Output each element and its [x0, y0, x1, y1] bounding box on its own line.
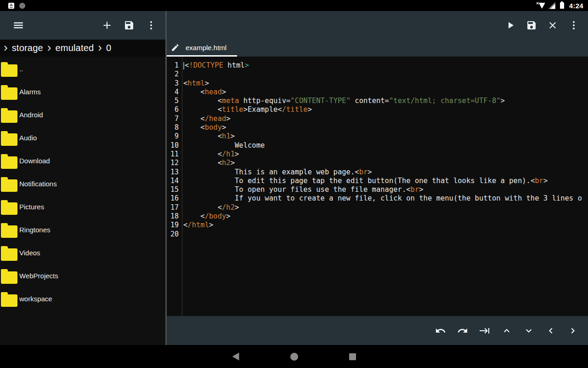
recents-icon[interactable]: [349, 353, 356, 360]
menu-button[interactable]: [9, 16, 28, 34]
run-button[interactable]: [501, 16, 520, 34]
line-number: 4: [175, 88, 179, 97]
code-line: To edit this page tap the edit button(Th…: [183, 177, 588, 185]
add-icon: [101, 19, 113, 31]
indent-button[interactable]: [475, 322, 494, 340]
status-time: 4:24: [569, 2, 583, 10]
code-line: <meta http-equiv="CONTENT-TYPE" content=…: [183, 97, 588, 105]
code-line: [183, 230, 588, 239]
folder-label: Ringtones: [19, 226, 51, 234]
edit-pencil-icon: [171, 43, 180, 52]
code-line: This is an example web page.<br>: [183, 168, 588, 177]
folder-label: Android: [19, 111, 43, 119]
code-line: To open your files use the file manager.…: [183, 185, 588, 194]
folder-label: Notifications: [19, 180, 57, 188]
line-number: 8: [175, 123, 179, 132]
code-line: </html>: [183, 221, 588, 230]
folder-item[interactable]: Ringtones: [0, 219, 165, 242]
code-line: </h2>: [183, 203, 588, 212]
tab-example-html[interactable]: example.html: [167, 40, 237, 57]
folder-item[interactable]: WebProjects: [0, 265, 165, 288]
move-down-button[interactable]: [520, 322, 538, 340]
indent-tab-icon: [479, 325, 490, 336]
folder-label: WebProjects: [19, 272, 58, 280]
code-editor[interactable]: 1234567891011121314151617181920 <!DOCTYP…: [167, 57, 588, 316]
status-bar: A ✕ 4:24: [0, 0, 588, 11]
line-number: 9: [175, 132, 179, 141]
save-file-button[interactable]: [120, 16, 138, 34]
folder-label: Audio: [19, 134, 37, 142]
code-line: <!DOCTYPE html>: [183, 61, 588, 70]
folder-item[interactable]: Android: [0, 104, 165, 127]
chevron-right-icon: ›: [4, 43, 8, 52]
line-number: 1: [175, 61, 179, 70]
undo-button[interactable]: [431, 322, 450, 340]
code-line: <head>: [183, 88, 588, 97]
move-right-button[interactable]: [564, 322, 582, 340]
line-number: 20: [170, 230, 179, 239]
wifi-x-glyph: ✕: [536, 1, 539, 6]
line-number: 3: [175, 79, 179, 88]
chevron-up-icon: [501, 325, 512, 336]
move-up-button[interactable]: [498, 322, 516, 340]
line-number: 5: [175, 97, 179, 105]
breadcrumb: ›storage›emulated›0: [0, 40, 165, 57]
folder-item[interactable]: Download: [0, 150, 165, 173]
save-icon: [526, 20, 537, 31]
folder-list: ..AlarmsAndroidAudioDownloadNotification…: [0, 57, 165, 345]
code-line: <title>Example</title>: [183, 105, 588, 114]
line-number: 6: [175, 105, 179, 114]
new-file-button[interactable]: [98, 16, 116, 34]
folder-item[interactable]: Audio: [0, 127, 165, 150]
folder-label: Alarms: [19, 88, 41, 96]
more-vert-icon: [146, 20, 157, 31]
editor-pane: example.html 123456789101112131415161718…: [167, 11, 588, 345]
wifi-off-icon: ✕: [537, 2, 545, 9]
line-number: 12: [170, 159, 179, 167]
editor-more-button[interactable]: [565, 16, 583, 34]
folder-item[interactable]: Notifications: [0, 173, 165, 196]
folder-icon: [1, 271, 17, 284]
chevron-right-icon: ›: [47, 43, 51, 52]
folder-item[interactable]: Videos: [0, 242, 165, 265]
code-line: <body>: [183, 123, 588, 132]
breadcrumb-item[interactable]: storage: [12, 43, 43, 53]
line-number: 17: [170, 203, 179, 212]
tab-label: example.html: [186, 44, 226, 52]
code-line: If you want to create a new file, click …: [183, 194, 588, 203]
chevron-down-icon: [523, 325, 534, 336]
folder-icon: [1, 225, 17, 238]
folder-item[interactable]: ..: [0, 58, 165, 81]
more-vert-icon: [568, 20, 579, 31]
editor-toolbar: [167, 11, 588, 40]
code-line: <html>: [183, 79, 588, 88]
breadcrumb-item[interactable]: 0: [106, 43, 111, 53]
folder-item[interactable]: Pictures: [0, 196, 165, 219]
battery-icon: [560, 2, 564, 9]
code-line: <h1>: [183, 132, 588, 141]
breadcrumb-item[interactable]: emulated: [55, 43, 94, 53]
file-panel-more-button[interactable]: [142, 16, 160, 34]
code-line: <h2>: [183, 159, 588, 167]
folder-item[interactable]: workspace: [0, 288, 165, 311]
redo-button[interactable]: [453, 322, 472, 340]
chevron-right-icon: [567, 325, 578, 336]
line-number: 18: [170, 212, 179, 221]
close-file-button[interactable]: [543, 16, 562, 34]
back-icon[interactable]: [232, 353, 239, 361]
editor-save-button[interactable]: [522, 16, 541, 34]
line-number: 7: [175, 115, 179, 123]
line-number-gutter: 1234567891011121314151617181920: [167, 57, 182, 316]
folder-icon: [1, 179, 17, 192]
chevron-right-icon: ›: [98, 43, 102, 52]
home-icon[interactable]: [290, 353, 298, 361]
folder-icon: [1, 64, 17, 77]
folder-label: Pictures: [19, 203, 44, 211]
undo-icon: [435, 325, 446, 336]
code-line: </body>: [183, 212, 588, 221]
folder-label: Videos: [19, 249, 40, 257]
move-left-button[interactable]: [542, 322, 560, 340]
save-icon: [124, 20, 135, 31]
folder-item[interactable]: Alarms: [0, 81, 165, 104]
a-notification-icon: A: [8, 3, 14, 9]
